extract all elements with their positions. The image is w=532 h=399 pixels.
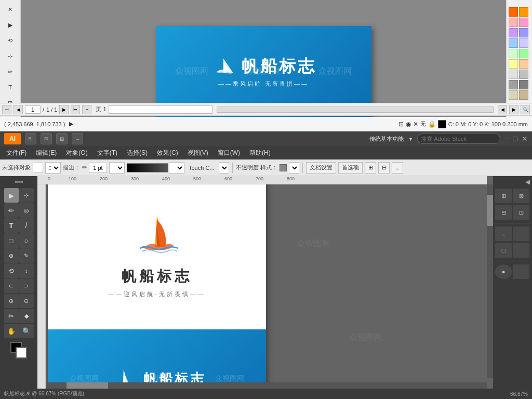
- close-btn[interactable]: ✕: [522, 135, 528, 143]
- color-swatch-lightgray[interactable]: [509, 70, 518, 79]
- menu-help[interactable]: 帮助(H): [245, 148, 275, 158]
- color-swatch-lightblue[interactable]: [519, 38, 528, 48]
- fill-color-box[interactable]: [33, 163, 43, 173]
- pathfinder-panel-btn[interactable]: ⊠: [513, 189, 529, 203]
- br-icon[interactable]: Br: [25, 133, 36, 144]
- scissors-tool-btn[interactable]: ✂: [4, 309, 19, 323]
- doc-settings-btn[interactable]: 文档设置: [306, 162, 336, 174]
- stock-search-input[interactable]: [417, 134, 500, 144]
- line-tool-btn[interactable]: /: [19, 218, 34, 233]
- color-swatch-gray[interactable]: [519, 70, 528, 79]
- arrow-icon[interactable]: →: [72, 133, 83, 144]
- vertical-scrollbar[interactable]: [487, 184, 493, 378]
- eraser-tool-btn[interactable]: ◆: [19, 309, 34, 323]
- rotate-tool-btn[interactable]: ⟲: [4, 263, 19, 278]
- color-swatch-midgray[interactable]: [519, 80, 528, 89]
- color-swatch-purple[interactable]: [509, 28, 518, 37]
- preferences-btn[interactable]: 首选项: [338, 162, 363, 174]
- prev-page-btn[interactable]: ◀: [14, 105, 23, 114]
- color-mode-select[interactable]: [219, 162, 229, 174]
- color-swatch-peach[interactable]: [519, 59, 528, 69]
- color-swatch-pink2[interactable]: [519, 18, 528, 27]
- color-swatch-orange[interactable]: [509, 7, 518, 17]
- color-swatch-lavender[interactable]: [519, 28, 528, 37]
- page-name-input[interactable]: [109, 105, 212, 114]
- empty-btn-2[interactable]: [513, 243, 529, 258]
- scroll-left-btn[interactable]: ◀: [498, 105, 507, 114]
- last-page-btn[interactable]: ⊢: [71, 105, 80, 114]
- color-swatch-pink[interactable]: [509, 18, 518, 27]
- ellipse-tool-btn[interactable]: ○: [19, 233, 34, 248]
- color-swatch-yellow[interactable]: [509, 59, 518, 69]
- collapse-icon[interactable]: ◀: [525, 178, 530, 185]
- pencil-tool-btn[interactable]: ✎: [19, 248, 34, 263]
- stroke-box[interactable]: [16, 347, 27, 358]
- column-graph-btn[interactable]: ⊖: [19, 294, 34, 308]
- hand-tool-btn[interactable]: ✋: [4, 324, 19, 338]
- horizontal-scrollbar[interactable]: [46, 382, 487, 389]
- vertical-scroll-thumb[interactable]: [487, 195, 493, 226]
- grid-icon[interactable]: ⊞: [56, 133, 68, 144]
- extra-btn-1[interactable]: ⊞: [365, 162, 376, 174]
- stroke-value-input[interactable]: [89, 163, 107, 173]
- page-input[interactable]: [25, 105, 41, 114]
- warp-tool-btn[interactable]: ⊂: [4, 278, 19, 293]
- opacity-color[interactable]: [280, 164, 287, 171]
- color-swatch-skyblue[interactable]: [509, 38, 518, 48]
- menu-effect[interactable]: 效果(C): [153, 148, 182, 158]
- top-tool-3[interactable]: ⟲: [3, 33, 18, 48]
- direct-select-tool-btn[interactable]: ⊹: [19, 188, 34, 203]
- top-tool-2[interactable]: ▶: [3, 18, 18, 32]
- color-swatch-darkgray[interactable]: [509, 80, 518, 89]
- color-swatch-black[interactable]: [438, 120, 446, 128]
- workspace-dropdown-icon[interactable]: ▼: [408, 136, 413, 142]
- next-page-btn[interactable]: ▶: [59, 105, 69, 114]
- color-swatch-lightgreen[interactable]: [509, 49, 518, 58]
- width-tool-btn[interactable]: ⊃: [19, 278, 34, 293]
- fill-type-select[interactable]: □: [45, 162, 61, 174]
- align-panel-btn[interactable]: ⊞: [495, 189, 512, 203]
- coords-arrow[interactable]: ▶: [69, 121, 73, 127]
- transform-panel-btn[interactable]: ⊟: [495, 205, 512, 220]
- menu-select[interactable]: 选择(S): [123, 148, 152, 158]
- minimize-btn[interactable]: −: [504, 135, 509, 143]
- color-swatch-tan[interactable]: [509, 90, 518, 100]
- stroke-style-select[interactable]: [169, 162, 184, 174]
- symbol-spray-btn[interactable]: ⊕: [4, 294, 19, 308]
- top-tool-6[interactable]: T: [3, 80, 18, 95]
- menu-text[interactable]: 文字(T): [93, 148, 122, 158]
- zoom-tool-btn[interactable]: 🔍: [19, 324, 34, 338]
- color-swatch-green[interactable]: [519, 49, 528, 58]
- stroke-unit-select[interactable]: [109, 162, 125, 174]
- add-page-btn[interactable]: +: [82, 105, 91, 114]
- empty-btn-3[interactable]: [513, 264, 529, 279]
- select-tool-btn[interactable]: ▶: [4, 188, 19, 203]
- rect-tool-btn[interactable]: □: [4, 233, 19, 248]
- paintbrush-tool-btn[interactable]: ⊛: [4, 248, 19, 263]
- scale-tool-btn[interactable]: ↕: [19, 263, 34, 278]
- type-tool-btn[interactable]: T: [4, 218, 19, 233]
- opacity-select[interactable]: [289, 162, 299, 174]
- menu-object[interactable]: 对象(O): [62, 148, 91, 158]
- menu-edit[interactable]: 编辑(E): [32, 148, 61, 158]
- menu-window[interactable]: 窗口(W): [214, 148, 244, 158]
- appearance-panel-btn[interactable]: □: [495, 243, 512, 258]
- canvas-area[interactable]: 0 100 200 300 400 500 600 700 800 众视图网 众…: [37, 176, 493, 389]
- stroke-gradient[interactable]: [127, 163, 168, 172]
- extra-panel-btn[interactable]: ⊡: [513, 205, 529, 220]
- top-tool-1[interactable]: ✕: [3, 2, 18, 17]
- menu-file[interactable]: 文件(F): [2, 148, 31, 158]
- scroll-right-btn[interactable]: ▶: [509, 105, 518, 114]
- extra-btn-3[interactable]: ≡: [392, 162, 403, 174]
- color-swatch-amber[interactable]: [519, 7, 528, 17]
- lasso-tool-btn[interactable]: ◎: [19, 203, 34, 218]
- first-page-btn[interactable]: ⊣: [2, 105, 11, 114]
- st-icon[interactable]: St: [41, 133, 52, 144]
- top-tool-4[interactable]: ⊹: [3, 49, 18, 63]
- zoom-btn[interactable]: 🔍: [521, 105, 530, 114]
- color-panel-btn[interactable]: ●: [495, 264, 512, 279]
- pen-tool-btn[interactable]: ✏: [4, 203, 19, 218]
- restore-btn[interactable]: □: [513, 135, 517, 143]
- empty-btn[interactable]: [513, 227, 529, 241]
- stroke-panel-btn[interactable]: ≡: [495, 227, 512, 241]
